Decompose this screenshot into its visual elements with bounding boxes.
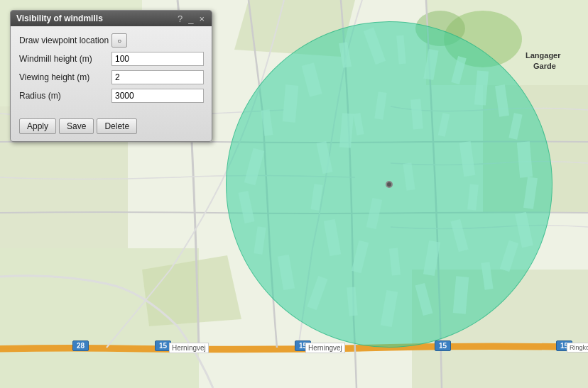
dialog-minimize-button[interactable]: _	[187, 14, 195, 23]
road-label-28: 28	[72, 340, 89, 351]
road-text-ringkobi: Ringkobi...	[567, 343, 588, 353]
road-text-herningvej-2: Herningvej	[305, 343, 345, 353]
windmill-height-label: Windmill height (m)	[19, 54, 111, 64]
dialog-content: Draw viewpoint location ○ Windmill heigh…	[11, 26, 212, 114]
draw-viewpoint-label: Draw viewpoint location	[19, 35, 111, 45]
dialog-titlebar[interactable]: Visibility of windmills ? _ ×	[11, 11, 212, 26]
road-label-15-3: 15	[435, 340, 451, 351]
windmill-height-row: Windmill height (m)	[19, 52, 203, 66]
viewing-height-input[interactable]	[111, 70, 204, 84]
save-button[interactable]: Save	[59, 118, 94, 134]
dialog-close-button[interactable]: ×	[197, 14, 206, 23]
map-container: 28 15 Herningvej 15 Herningvej 15 15 Rin…	[0, 0, 588, 388]
draw-viewpoint-button[interactable]: ○	[111, 33, 127, 48]
apply-button[interactable]: Apply	[19, 118, 56, 134]
dialog-title: Visibility of windmills	[16, 13, 103, 23]
viewing-height-row: Viewing height (m)	[19, 70, 203, 84]
city-label-langager: Langager	[526, 51, 561, 60]
dialog-panel: Visibility of windmills ? _ × Draw viewp…	[10, 10, 212, 142]
radius-row: Radius (m)	[19, 89, 203, 103]
radius-label: Radius (m)	[19, 91, 111, 101]
delete-button[interactable]: Delete	[97, 118, 137, 134]
dialog-footer: Apply Save Delete	[11, 114, 212, 141]
city-label-garde: Garde	[533, 62, 556, 70]
viewing-height-label: Viewing height (m)	[19, 72, 111, 82]
radius-input[interactable]	[111, 89, 204, 103]
road-text-herningvej-1: Herningvej	[169, 343, 209, 353]
windmill-height-input[interactable]	[111, 52, 204, 66]
dialog-help-button[interactable]: ?	[176, 14, 184, 23]
center-dot	[386, 181, 393, 188]
dialog-title-buttons: ? _ ×	[176, 14, 206, 23]
draw-viewpoint-row: Draw viewpoint location ○	[19, 33, 203, 48]
